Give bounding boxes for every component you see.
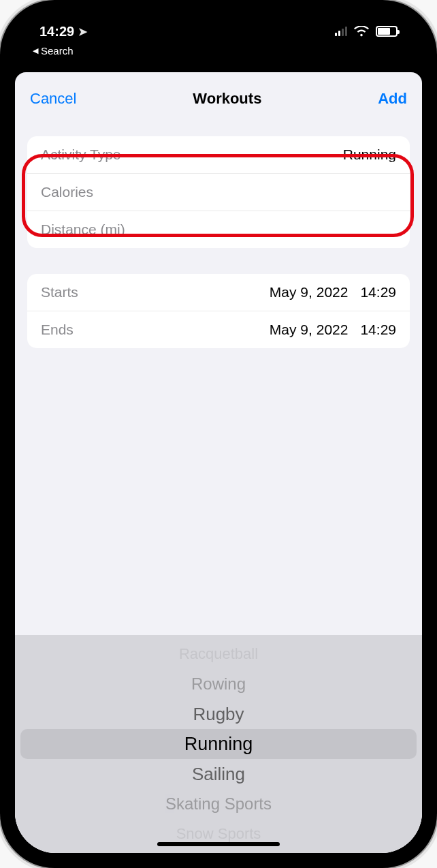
activity-group: Activity Type Running Calories Distance … xyxy=(27,136,410,248)
ends-date: May 9, 2022 xyxy=(270,322,349,338)
ends-time: 14:29 xyxy=(360,322,396,338)
activity-picker[interactable]: Preparation and Recovery Racquetball Row… xyxy=(15,635,422,853)
home-indicator[interactable] xyxy=(157,842,280,846)
cancel-button[interactable]: Cancel xyxy=(30,90,76,108)
add-button[interactable]: Add xyxy=(378,90,407,108)
picker-item[interactable]: Racquetball xyxy=(15,639,422,669)
time-group: Starts May 9, 2022 14:29 Ends May 9, 202… xyxy=(27,274,410,348)
calories-label: Calories xyxy=(41,184,93,200)
status-time: 14:29 xyxy=(39,24,74,40)
ends-row[interactable]: Ends May 9, 2022 14:29 xyxy=(27,311,410,348)
picker-item[interactable]: Skating Sports xyxy=(15,789,422,819)
distance-row[interactable]: Distance (mi) xyxy=(27,211,410,248)
device-frame: 14:29 ➤ Search Cancel Workouts xyxy=(0,0,437,868)
location-icon: ➤ xyxy=(78,25,87,38)
cellular-icon xyxy=(335,27,347,36)
wifi-icon xyxy=(354,26,369,37)
screen: 14:29 ➤ Search Cancel Workouts xyxy=(15,15,422,853)
picker-item[interactable]: Sailing xyxy=(15,759,422,789)
page-title: Workouts xyxy=(193,90,261,108)
picker-item[interactable]: Soccer xyxy=(15,849,422,853)
ends-label: Ends xyxy=(41,322,74,338)
picker-items: Preparation and Recovery Racquetball Row… xyxy=(15,635,422,853)
activity-type-row[interactable]: Activity Type Running xyxy=(27,136,410,173)
nav-bar: Cancel Workouts Add xyxy=(15,78,422,119)
starts-label: Starts xyxy=(41,284,78,300)
picker-item[interactable]: Rugby xyxy=(15,699,422,729)
modal-sheet: Cancel Workouts Add Activity Type Runnin… xyxy=(15,78,422,853)
notch xyxy=(133,15,304,40)
distance-label: Distance (mi) xyxy=(41,221,125,238)
calories-row[interactable]: Calories xyxy=(27,173,410,211)
battery-icon xyxy=(376,26,398,37)
activity-type-label: Activity Type xyxy=(41,146,121,163)
picker-item-selected[interactable]: Running xyxy=(15,729,422,759)
starts-date: May 9, 2022 xyxy=(270,284,349,300)
picker-item[interactable]: Rowing xyxy=(15,669,422,699)
starts-row[interactable]: Starts May 9, 2022 14:29 xyxy=(27,274,410,311)
starts-time: 14:29 xyxy=(360,284,396,300)
app-area: Cancel Workouts Add Activity Type Runnin… xyxy=(15,72,422,853)
activity-type-value: Running xyxy=(343,146,396,163)
